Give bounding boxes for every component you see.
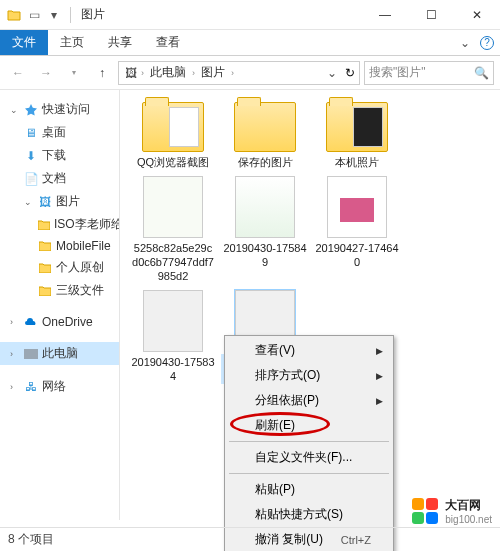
menu-group[interactable]: 分组依据(P)▶	[227, 388, 391, 413]
folder-item[interactable]: 保存的图片	[220, 102, 310, 170]
search-placeholder: 搜索"图片"	[369, 64, 426, 81]
image-thumb-icon	[235, 176, 295, 238]
chevron-right-icon[interactable]: ›	[141, 68, 144, 78]
tab-file[interactable]: 文件	[0, 30, 48, 55]
window-titlebar: ▭ ▾ 图片 — ☐ ✕	[0, 0, 500, 30]
submenu-arrow-icon: ▶	[376, 371, 383, 381]
tab-share[interactable]: 共享	[96, 30, 144, 55]
image-item[interactable]: 20190430-175849	[220, 176, 310, 284]
tab-view[interactable]: 查看	[144, 30, 192, 55]
quick-access-toolbar: ▭ ▾ 图片	[0, 6, 105, 23]
menu-view[interactable]: 查看(V)▶	[227, 338, 391, 363]
tab-home[interactable]: 主页	[48, 30, 96, 55]
image-item[interactable]: 5258c82a5e29cd0c6b77947ddf7985d2	[128, 176, 218, 284]
image-thumb-icon	[143, 176, 203, 238]
menu-paste-shortcut[interactable]: 粘贴快捷方式(S)	[227, 502, 391, 527]
help-icon[interactable]: ?	[480, 36, 494, 50]
folder-thumb-icon	[142, 102, 204, 152]
watermark: 大百网 big100.net	[411, 497, 492, 525]
folder-item[interactable]: QQ浏览器截图	[128, 102, 218, 170]
refresh-icon[interactable]: ↻	[345, 66, 355, 80]
chevron-right-icon[interactable]: ›	[231, 68, 234, 78]
search-icon[interactable]: 🔍	[474, 66, 489, 80]
nav-mobilefile[interactable]: MobileFile	[0, 236, 119, 256]
folder-thumb-icon	[326, 102, 388, 152]
menu-separator	[229, 473, 389, 474]
breadcrumb-bar[interactable]: 🖼 › 此电脑 › 图片 › ⌄ ↻	[118, 61, 360, 85]
submenu-arrow-icon: ▶	[376, 346, 383, 356]
image-thumb-icon	[143, 290, 203, 352]
window-title: 图片	[81, 6, 105, 23]
nav-desktop[interactable]: 🖥桌面	[0, 121, 119, 144]
maximize-button[interactable]: ☐	[408, 0, 454, 30]
ribbon-tabs: 文件 主页 共享 查看 ⌄ ?	[0, 30, 500, 56]
nav-forward-button: →	[34, 61, 58, 85]
watermark-logo-icon	[411, 497, 439, 525]
qat-dropdown-icon[interactable]: ▾	[46, 7, 62, 23]
menu-paste[interactable]: 粘贴(P)	[227, 477, 391, 502]
nav-quick-access[interactable]: ⌄快速访问	[0, 98, 119, 121]
nav-back-button[interactable]: ←	[6, 61, 30, 85]
item-count: 8 个项目	[8, 531, 54, 548]
search-input[interactable]: 搜索"图片" 🔍	[364, 61, 494, 85]
menu-refresh[interactable]: 刷新(E)	[227, 413, 391, 438]
menu-sort[interactable]: 排序方式(O)▶	[227, 363, 391, 388]
nav-downloads[interactable]: ⬇下载	[0, 144, 119, 167]
nav-personal[interactable]: 个人原创	[0, 256, 119, 279]
address-bar: ← → ▾ ↑ 🖼 › 此电脑 › 图片 › ⌄ ↻ 搜索"图片" 🔍	[0, 56, 500, 90]
nav-history-dropdown[interactable]: ▾	[62, 61, 86, 85]
nav-network[interactable]: ›🖧网络	[0, 375, 119, 398]
menu-separator	[229, 441, 389, 442]
menu-customize-folder[interactable]: 自定义文件夹(F)...	[227, 445, 391, 470]
chevron-right-icon[interactable]: ›	[192, 68, 195, 78]
watermark-text: 大百网	[445, 497, 492, 514]
nav-documents[interactable]: 📄文档	[0, 167, 119, 190]
nav-up-button[interactable]: ↑	[90, 61, 114, 85]
image-item[interactable]: 20190430-175834	[128, 290, 218, 384]
nav-iso-folder[interactable]: ISO李老师给的资料	[0, 213, 119, 236]
properties-icon[interactable]: ▭	[26, 7, 42, 23]
submenu-arrow-icon: ▶	[376, 396, 383, 406]
nav-sanji[interactable]: 三级文件	[0, 279, 119, 302]
nav-onedrive[interactable]: ›OneDrive	[0, 312, 119, 332]
crumb-thispc[interactable]: 此电脑	[146, 64, 190, 81]
nav-this-pc[interactable]: ›此电脑	[0, 342, 119, 365]
address-dropdown-icon[interactable]: ⌄	[327, 66, 337, 80]
crumb-pictures[interactable]: 图片	[197, 64, 229, 81]
ribbon-expand-icon[interactable]: ⌄	[460, 36, 470, 50]
image-item[interactable]: 20190427-174640	[312, 176, 402, 284]
nav-pictures[interactable]: ⌄🖼图片	[0, 190, 119, 213]
status-bar: 8 个项目	[0, 527, 500, 551]
context-menu: 查看(V)▶ 排序方式(O)▶ 分组依据(P)▶ 刷新(E) 自定义文件夹(F)…	[224, 335, 394, 551]
folder-thumb-icon	[234, 102, 296, 152]
folder-icon	[6, 7, 22, 23]
close-button[interactable]: ✕	[454, 0, 500, 30]
pictures-icon: 🖼	[123, 65, 139, 81]
watermark-url: big100.net	[445, 514, 492, 525]
image-thumb-icon	[327, 176, 387, 238]
navigation-pane: ⌄快速访问 🖥桌面 ⬇下载 📄文档 ⌄🖼图片 ISO李老师给的资料 Mobile…	[0, 90, 120, 520]
folder-item[interactable]: 本机照片	[312, 102, 402, 170]
minimize-button[interactable]: —	[362, 0, 408, 30]
